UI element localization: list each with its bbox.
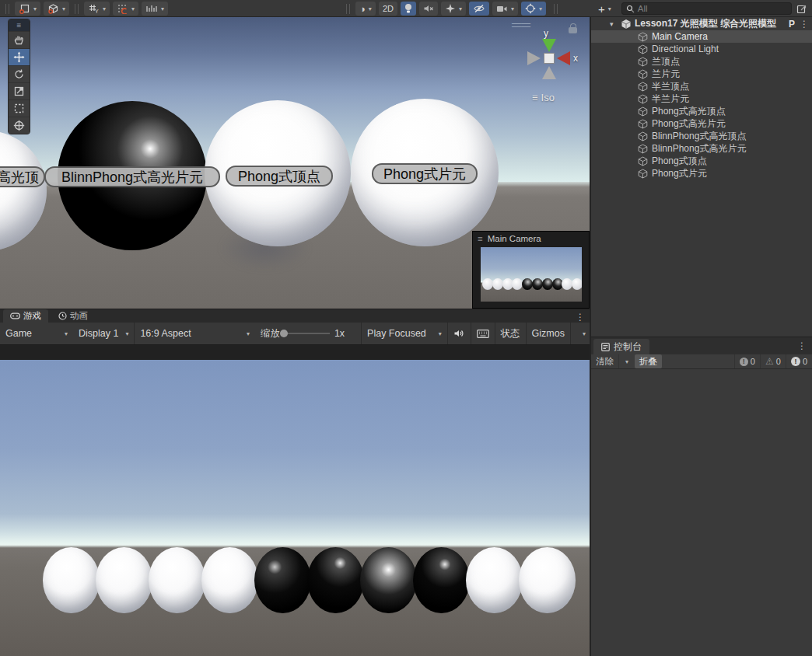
scene-visibility-button[interactable] (469, 2, 489, 16)
hierarchy-item[interactable]: 半兰顶点 (591, 80, 812, 92)
hand-tool-button[interactable] (9, 31, 30, 48)
tab-game[interactable]: 游戏 (3, 309, 48, 323)
rotate-tool-button[interactable] (9, 65, 30, 82)
grid-snap-button[interactable]: Y ▾ (84, 2, 110, 16)
hierarchy-item[interactable]: Main Camera (591, 30, 812, 43)
pick-object-icon[interactable] (796, 4, 807, 14)
clear-dropdown[interactable]: ▾ (618, 354, 632, 368)
console-tab-bar: 控制台 ⋮ (591, 337, 812, 354)
scene-name-suffix: P (789, 19, 795, 30)
transform-tool-button[interactable] (9, 117, 30, 134)
hierarchy-item[interactable]: 半兰片元 (591, 92, 812, 105)
collapse-toggle[interactable]: 折叠 (635, 354, 662, 368)
foldout-caret-icon[interactable]: ▾ (610, 20, 618, 28)
overlay-drag-handle[interactable] (554, 4, 558, 14)
input-debug-button[interactable] (471, 323, 495, 344)
dropdown-icon[interactable]: ▾ (103, 5, 106, 12)
gizmo-overlay-handle[interactable]: ———— (512, 22, 529, 28)
dropdown-icon[interactable]: ▾ (131, 5, 135, 12)
tab-animation[interactable]: 动画 (51, 309, 95, 323)
toolbar-scene-controls: ◑ ▾ 2D ▾ (342, 0, 562, 17)
menu-icon[interactable]: ≡ (478, 234, 483, 243)
gizmos-visibility-button[interactable]: ▾ (521, 2, 546, 16)
display-target-dropdown[interactable]: Game ▾ (0, 323, 73, 344)
axis-x-cone[interactable] (557, 51, 570, 65)
game-view[interactable] (0, 345, 591, 656)
overlay-drag-handle[interactable] (346, 4, 350, 14)
rect-tool-icon (13, 103, 25, 114)
zoom-slider[interactable] (282, 333, 330, 334)
lock-icon[interactable] (569, 27, 577, 33)
lighting-toggle-button[interactable] (401, 2, 416, 16)
gizmos-dropdown[interactable]: Gizmos (527, 323, 570, 344)
hierarchy-item[interactable]: 兰片元 (591, 68, 812, 80)
handle-position-button[interactable]: ▾ (44, 2, 69, 16)
gameobject-cube-icon (638, 156, 648, 166)
kebab-menu-icon[interactable]: ⋮ (798, 19, 812, 30)
info-count-toggle[interactable]: ! 0 (734, 354, 760, 368)
projection-mode-toggle[interactable]: ≡ Iso (532, 92, 555, 103)
warning-count-toggle[interactable]: ⚠ 0 (760, 354, 786, 368)
hierarchy-search-input[interactable]: All (621, 2, 792, 15)
game-toolbar: Game ▾ Display 1 ▾ 16:9 Aspect ▾ 缩放 1x P… (0, 323, 591, 345)
dropdown-icon[interactable]: ▾ (62, 5, 65, 12)
dropdown-icon[interactable]: ▾ (608, 5, 611, 12)
tab-console[interactable]: 控制台 (593, 339, 649, 354)
clear-button[interactable]: 清除 (591, 354, 618, 368)
camera-settings-button[interactable]: ▾ (492, 2, 518, 16)
tool-settings-button[interactable]: ▾ (15, 2, 40, 16)
shading-mode-button[interactable]: ◑ ▾ (355, 2, 376, 16)
overlay-drag-handle[interactable] (75, 4, 79, 14)
axis-down-cone[interactable] (542, 66, 556, 79)
dropdown-icon[interactable]: ▾ (33, 5, 37, 12)
dropdown-icon: ▾ (125, 330, 128, 337)
hierarchy-item[interactable]: 兰顶点 (591, 55, 812, 68)
kebab-menu-icon[interactable]: ⋮ (569, 312, 591, 323)
zoom-control: 缩放 1x (255, 323, 350, 344)
overlay-menu-handle[interactable]: ≡ (9, 19, 30, 31)
dropdown-icon[interactable]: ▾ (161, 5, 164, 12)
create-button[interactable]: + ▾ (594, 2, 615, 16)
console-log-area[interactable] (591, 369, 812, 656)
hierarchy-item[interactable]: BlinnPhong式高光顶点 (591, 130, 812, 142)
warning-count: 0 (776, 357, 781, 366)
dropdown-icon: ▾ (439, 330, 442, 337)
rect-tool-button[interactable] (9, 99, 30, 117)
scene-view[interactable]: 式高光顶 BlinnPhong式高光片元 Phong式顶点 Phong式片元 ≡ (0, 17, 591, 309)
overlay-drag-handle[interactable] (5, 4, 9, 14)
grid-visibility-button[interactable]: ▾ (113, 2, 138, 16)
snap-increment-button[interactable]: ▾ (142, 2, 168, 16)
scale-tool-button[interactable] (9, 82, 30, 99)
hierarchy-scene-header[interactable]: ▾ Lesson17 光照模型 综合光照模型 P ⋮ (591, 17, 812, 30)
hierarchy-item[interactable]: Phong式高光顶点 (591, 105, 812, 117)
error-count-toggle[interactable]: ! 0 (786, 354, 812, 368)
hierarchy-item[interactable]: BlinnPhong式高光片元 (591, 142, 812, 155)
gizmos-arrow-button[interactable]: ▾ (571, 323, 591, 344)
aspect-ratio-dropdown[interactable]: 16:9 Aspect ▾ (135, 323, 255, 344)
effects-button[interactable]: ▾ (441, 2, 466, 16)
stats-button[interactable]: 状态 (495, 323, 526, 344)
gizmo-center-cube[interactable] (544, 53, 555, 64)
dropdown-icon[interactable]: ▾ (459, 5, 462, 12)
dropdown-icon[interactable]: ▾ (369, 5, 372, 12)
axis-y-cone[interactable] (542, 39, 556, 52)
hierarchy-item[interactable]: Directional Light (591, 43, 812, 55)
dropdown-icon[interactable]: ▾ (539, 5, 542, 12)
hierarchy-item-label: 半兰顶点 (652, 80, 689, 93)
2d-toggle-button[interactable]: 2D (379, 2, 397, 16)
move-tool-button[interactable] (9, 48, 30, 65)
console-panel: 控制台 ⋮ 清除 ▾ 折叠 ! 0 ⚠ 0 ! 0 (591, 337, 812, 656)
axis-back-cone[interactable] (527, 51, 541, 65)
hierarchy-item[interactable]: Phong式片元 (591, 167, 812, 180)
display-dropdown[interactable]: Display 1 ▾ (73, 323, 134, 344)
zoom-slider-handle[interactable] (280, 330, 288, 337)
hierarchy-item[interactable]: Phong式顶点 (591, 155, 812, 167)
audio-toggle-button[interactable] (448, 323, 471, 344)
audio-mute-button[interactable] (419, 2, 438, 16)
shading-icon: ◑ (359, 4, 366, 14)
transform-icon (13, 120, 25, 131)
kebab-menu-icon[interactable]: ⋮ (797, 340, 812, 354)
dropdown-icon[interactable]: ▾ (511, 5, 514, 12)
play-mode-dropdown[interactable]: Play Focused ▾ (362, 323, 447, 344)
hierarchy-item[interactable]: Phong式高光片元 (591, 117, 812, 130)
